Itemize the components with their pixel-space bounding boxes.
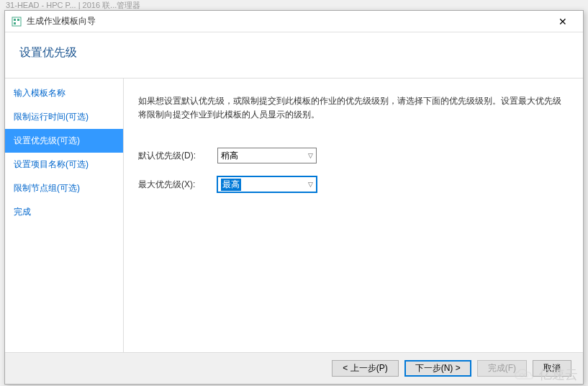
background-app-title: 31-HEAD - HPC P... | 2016 联...管理器 [6, 0, 140, 11]
sidebar-item-set-priority[interactable]: 设置优先级(可选) [5, 129, 123, 153]
body-area: 输入模板名称 限制运行时间(可选) 设置优先级(可选) 设置项目名称(可选) 限… [5, 78, 583, 366]
sidebar-item-project-name[interactable]: 设置项目名称(可选) [5, 153, 123, 176]
description-text: 如果想设置默认优先级，或限制提交到此模板的作业的优先级级别，请选择下面的优先级级… [138, 94, 569, 122]
svg-rect-1 [14, 19, 16, 21]
default-priority-row: 默认优先级(D): 稍高 ▽ [138, 148, 569, 163]
svg-rect-0 [12, 17, 21, 26]
sidebar-item-template-name[interactable]: 输入模板名称 [5, 81, 123, 105]
titlebar: 生成作业模板向导 ✕ [5, 11, 583, 32]
header-area: 设置优先级 [5, 32, 583, 78]
max-priority-value: 最高 [221, 179, 241, 191]
previous-button[interactable]: < 上一步(P) [332, 360, 398, 377]
content-panel: 如果想设置默认优先级，或限制提交到此模板的作业的优先级级别，请选择下面的优先级级… [124, 78, 583, 366]
sidebar-item-finish[interactable]: 完成 [5, 200, 123, 224]
close-button[interactable]: ✕ [548, 12, 577, 32]
default-priority-label: 默认优先级(D): [138, 150, 217, 162]
default-priority-select[interactable]: 稍高 ▽ [217, 148, 317, 163]
max-priority-select[interactable]: 最高 ▽ [217, 176, 317, 192]
next-button[interactable]: 下一步(N) > [404, 360, 471, 377]
svg-rect-3 [14, 22, 16, 24]
chevron-down-icon: ▽ [308, 181, 313, 188]
sidebar-item-limit-runtime[interactable]: 限制运行时间(可选) [5, 105, 123, 129]
cancel-button[interactable]: 取消 [533, 360, 571, 377]
default-priority-value: 稍高 [221, 150, 238, 162]
app-icon [11, 16, 22, 27]
window-title: 生成作业模板向导 [27, 15, 548, 27]
finish-button: 完成(F) [477, 360, 527, 377]
wizard-window: 生成作业模板向导 ✕ 设置优先级 输入模板名称 限制运行时间(可选) 设置优先级… [4, 10, 584, 385]
sidebar-item-limit-nodegroup[interactable]: 限制节点组(可选) [5, 176, 123, 200]
sidebar: 输入模板名称 限制运行时间(可选) 设置优先级(可选) 设置项目名称(可选) 限… [5, 78, 124, 366]
svg-rect-2 [17, 19, 19, 21]
max-priority-label: 最大优先级(X): [138, 179, 217, 191]
chevron-down-icon: ▽ [308, 152, 313, 159]
page-heading: 设置优先级 [19, 45, 569, 60]
max-priority-row: 最大优先级(X): 最高 ▽ [138, 176, 569, 192]
footer: < 上一步(P) 下一步(N) > 完成(F) 取消 [5, 352, 583, 384]
